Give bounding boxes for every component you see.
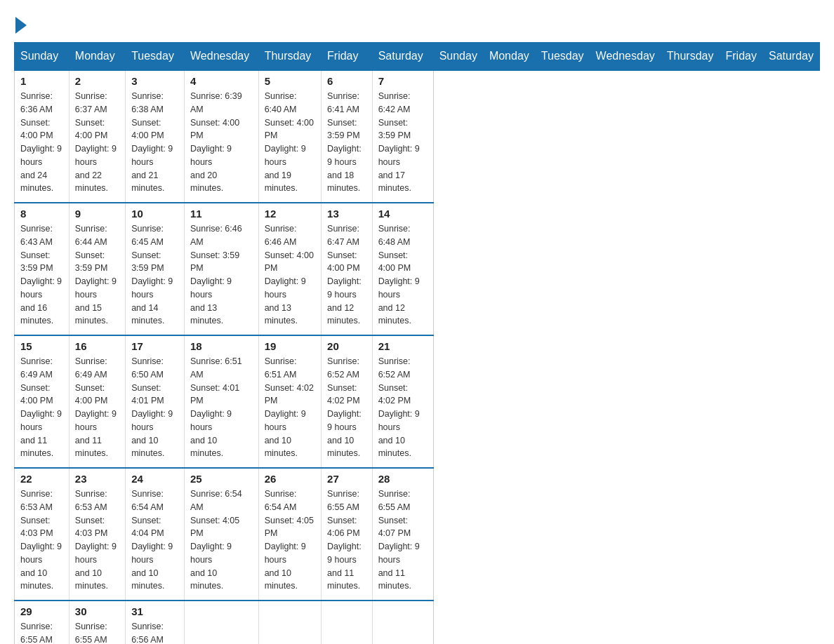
header-saturday: Saturday xyxy=(372,43,433,71)
day-info: Sunrise: 6:40 AMSunset: 4:00 PMDaylight:… xyxy=(265,90,315,195)
day-number: 25 xyxy=(190,473,253,485)
day-info: Sunrise: 6:55 AMSunset: 4:07 PMDaylight:… xyxy=(378,488,428,593)
day-info: Sunrise: 6:54 AMSunset: 4:05 PMDaylight:… xyxy=(190,488,253,593)
calendar-cell: 25Sunrise: 6:54 AMSunset: 4:05 PMDayligh… xyxy=(185,468,259,601)
day-info: Sunrise: 6:39 AMSunset: 4:00 PMDaylight:… xyxy=(190,90,253,195)
calendar-cell: 13Sunrise: 6:47 AMSunset: 4:00 PMDayligh… xyxy=(322,203,373,335)
calendar-cell: 27Sunrise: 6:55 AMSunset: 4:06 PMDayligh… xyxy=(322,468,373,601)
header-sunday: Sunday xyxy=(433,43,483,71)
day-info: Sunrise: 6:55 AMSunset: 4:07 PMDaylight:… xyxy=(20,620,63,644)
header-friday: Friday xyxy=(720,43,762,71)
day-number: 19 xyxy=(265,340,315,352)
calendar-cell: 21Sunrise: 6:52 AMSunset: 4:02 PMDayligh… xyxy=(372,335,433,468)
day-number: 9 xyxy=(75,208,119,220)
day-info: Sunrise: 6:52 AMSunset: 4:02 PMDaylight:… xyxy=(378,355,428,460)
day-info: Sunrise: 6:54 AMSunset: 4:04 PMDaylight:… xyxy=(131,488,178,593)
day-number: 1 xyxy=(20,75,63,87)
calendar-cell: 18Sunrise: 6:51 AMSunset: 4:01 PMDayligh… xyxy=(185,335,259,468)
header-thursday: Thursday xyxy=(661,43,720,71)
day-number: 5 xyxy=(265,75,315,87)
day-number: 7 xyxy=(378,75,428,87)
day-number: 13 xyxy=(327,208,366,220)
header-monday: Monday xyxy=(483,43,535,71)
day-number: 30 xyxy=(75,605,119,617)
week-row-2: 8Sunrise: 6:43 AMSunset: 3:59 PMDaylight… xyxy=(15,203,820,335)
day-number: 8 xyxy=(20,208,63,220)
header-wednesday: Wednesday xyxy=(590,43,661,71)
calendar-cell: 29Sunrise: 6:55 AMSunset: 4:07 PMDayligh… xyxy=(15,601,70,644)
day-number: 6 xyxy=(327,75,366,87)
calendar-cell: 1Sunrise: 6:36 AMSunset: 4:00 PMDaylight… xyxy=(15,70,70,203)
calendar-cell: 2Sunrise: 6:37 AMSunset: 4:00 PMDaylight… xyxy=(69,70,125,203)
day-number: 26 xyxy=(265,473,315,485)
day-number: 18 xyxy=(190,340,253,352)
day-info: Sunrise: 6:43 AMSunset: 3:59 PMDaylight:… xyxy=(20,222,63,328)
calendar-cell: 8Sunrise: 6:43 AMSunset: 3:59 PMDaylight… xyxy=(15,203,70,335)
day-info: Sunrise: 6:51 AMSunset: 4:01 PMDaylight:… xyxy=(190,355,253,460)
day-number: 29 xyxy=(20,605,63,617)
calendar-cell xyxy=(372,601,433,644)
header-tuesday: Tuesday xyxy=(126,43,185,71)
day-info: Sunrise: 6:49 AMSunset: 4:00 PMDaylight:… xyxy=(75,355,119,460)
calendar-cell xyxy=(258,601,321,644)
calendar-cell: 26Sunrise: 6:54 AMSunset: 4:05 PMDayligh… xyxy=(258,468,321,601)
logo xyxy=(14,14,27,31)
day-info: Sunrise: 6:53 AMSunset: 4:03 PMDaylight:… xyxy=(20,488,63,593)
day-info: Sunrise: 6:55 AMSunset: 4:06 PMDaylight:… xyxy=(327,488,366,593)
day-info: Sunrise: 6:44 AMSunset: 3:59 PMDaylight:… xyxy=(75,222,119,328)
day-info: Sunrise: 6:46 AMSunset: 3:59 PMDaylight:… xyxy=(190,222,253,328)
calendar-cell: 6Sunrise: 6:41 AMSunset: 3:59 PMDaylight… xyxy=(322,70,373,203)
calendar-cell: 20Sunrise: 6:52 AMSunset: 4:02 PMDayligh… xyxy=(322,335,373,468)
header-monday: Monday xyxy=(69,43,125,71)
day-info: Sunrise: 6:48 AMSunset: 4:00 PMDaylight:… xyxy=(378,222,428,328)
week-row-4: 22Sunrise: 6:53 AMSunset: 4:03 PMDayligh… xyxy=(15,468,820,601)
calendar-cell: 7Sunrise: 6:42 AMSunset: 3:59 PMDaylight… xyxy=(372,70,433,203)
header-sunday: Sunday xyxy=(15,43,70,71)
day-info: Sunrise: 6:41 AMSunset: 3:59 PMDaylight:… xyxy=(327,90,366,195)
day-number: 23 xyxy=(75,473,119,485)
calendar-cell: 23Sunrise: 6:53 AMSunset: 4:03 PMDayligh… xyxy=(69,468,125,601)
header-saturday: Saturday xyxy=(762,43,819,71)
calendar-cell: 16Sunrise: 6:49 AMSunset: 4:00 PMDayligh… xyxy=(69,335,125,468)
day-info: Sunrise: 6:51 AMSunset: 4:02 PMDaylight:… xyxy=(265,355,315,460)
calendar-cell: 24Sunrise: 6:54 AMSunset: 4:04 PMDayligh… xyxy=(126,468,185,601)
calendar-cell: 14Sunrise: 6:48 AMSunset: 4:00 PMDayligh… xyxy=(372,203,433,335)
day-number: 21 xyxy=(378,340,428,352)
calendar-cell: 19Sunrise: 6:51 AMSunset: 4:02 PMDayligh… xyxy=(258,335,321,468)
day-number: 2 xyxy=(75,75,119,87)
calendar-cell xyxy=(185,601,259,644)
day-info: Sunrise: 6:54 AMSunset: 4:05 PMDaylight:… xyxy=(265,488,315,593)
calendar-cell: 30Sunrise: 6:55 AMSunset: 4:08 PMDayligh… xyxy=(69,601,125,644)
week-row-1: 1Sunrise: 6:36 AMSunset: 4:00 PMDaylight… xyxy=(15,70,820,203)
calendar-cell: 10Sunrise: 6:45 AMSunset: 3:59 PMDayligh… xyxy=(126,203,185,335)
day-info: Sunrise: 6:36 AMSunset: 4:00 PMDaylight:… xyxy=(20,90,63,195)
day-number: 12 xyxy=(265,208,315,220)
calendar-table: SundayMondayTuesdayWednesdayThursdayFrid… xyxy=(14,42,820,644)
calendar-cell: 31Sunrise: 6:56 AMSunset: 4:09 PMDayligh… xyxy=(126,601,185,644)
calendar-cell: 15Sunrise: 6:49 AMSunset: 4:00 PMDayligh… xyxy=(15,335,70,468)
day-number: 17 xyxy=(131,340,178,352)
calendar-cell: 4Sunrise: 6:39 AMSunset: 4:00 PMDaylight… xyxy=(185,70,259,203)
week-row-5: 29Sunrise: 6:55 AMSunset: 4:07 PMDayligh… xyxy=(15,601,820,644)
page-header xyxy=(14,14,820,31)
day-number: 3 xyxy=(131,75,178,87)
calendar-cell: 11Sunrise: 6:46 AMSunset: 3:59 PMDayligh… xyxy=(185,203,259,335)
calendar-cell: 28Sunrise: 6:55 AMSunset: 4:07 PMDayligh… xyxy=(372,468,433,601)
calendar-cell xyxy=(322,601,373,644)
day-number: 11 xyxy=(190,208,253,220)
day-number: 16 xyxy=(75,340,119,352)
day-info: Sunrise: 6:38 AMSunset: 4:00 PMDaylight:… xyxy=(131,90,178,195)
day-info: Sunrise: 6:45 AMSunset: 3:59 PMDaylight:… xyxy=(131,222,178,328)
day-number: 20 xyxy=(327,340,366,352)
day-number: 28 xyxy=(378,473,428,485)
calendar-cell: 12Sunrise: 6:46 AMSunset: 4:00 PMDayligh… xyxy=(258,203,321,335)
day-info: Sunrise: 6:37 AMSunset: 4:00 PMDaylight:… xyxy=(75,90,119,195)
day-info: Sunrise: 6:52 AMSunset: 4:02 PMDaylight:… xyxy=(327,355,366,460)
calendar-cell: 5Sunrise: 6:40 AMSunset: 4:00 PMDaylight… xyxy=(258,70,321,203)
calendar-header-row: SundayMondayTuesdayWednesdayThursdayFrid… xyxy=(15,43,820,71)
day-number: 24 xyxy=(131,473,178,485)
week-row-3: 15Sunrise: 6:49 AMSunset: 4:00 PMDayligh… xyxy=(15,335,820,468)
calendar-cell: 17Sunrise: 6:50 AMSunset: 4:01 PMDayligh… xyxy=(126,335,185,468)
day-number: 4 xyxy=(190,75,253,87)
logo-arrow-icon xyxy=(15,17,27,34)
